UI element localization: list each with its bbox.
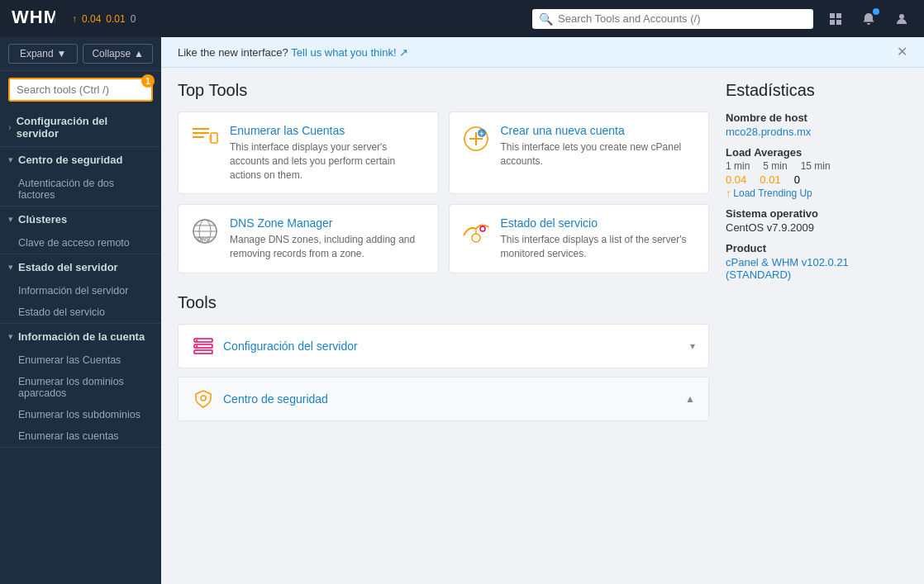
sidebar-item-dominios-aparcados[interactable]: Enumerar los dominios aparcados (0, 371, 161, 404)
global-search-bar[interactable]: 🔍 (532, 9, 813, 29)
svg-text:WHM: WHM (12, 7, 55, 27)
svg-rect-11 (209, 135, 212, 140)
load-averages-display: ↑ 0.04 0.01 0 (72, 13, 522, 25)
tool-card-enumerar[interactable]: Enumerar las Cuentas This interface disp… (178, 112, 439, 194)
tool-desc: Manage DNS zones, including adding and r… (230, 233, 426, 261)
tools-section-name: Centro de seguridad (223, 392, 677, 406)
sidebar-item-seguridad[interactable]: ▾ Centro de seguridad (0, 147, 161, 173)
top-tools-grid: Enumerar las Cuentas This interface disp… (178, 112, 709, 273)
chevron-right-icon: › (8, 122, 12, 132)
nav-section-seguridad: ▾ Centro de seguridad Autenticación de d… (0, 147, 161, 207)
svg-text:DNS: DNS (198, 236, 210, 242)
sidebar-item-2fa[interactable]: Autenticación de dos factores (0, 173, 161, 206)
banner-text: Like the new interface? Tell us what you… (178, 46, 408, 59)
sidebar-item-configuracion[interactable]: › Configuración del servidor (0, 108, 161, 146)
tool-info-estado: Estado del servicio This interface displ… (501, 216, 698, 261)
user-profile-button[interactable] (889, 7, 914, 31)
sidebar: Expand ▼ Collapse ▲ 1 › Configuración de… (0, 37, 161, 584)
dns-icon: DNS (190, 216, 220, 246)
topbar: WHM ↑ 0.04 0.01 0 🔍 (0, 0, 924, 37)
chevron-down-icon: ▾ (8, 331, 13, 342)
chevron-up-icon: ▲ (685, 393, 695, 405)
svg-rect-7 (193, 128, 209, 130)
tools-section-header-seguridad[interactable]: Centro de seguridad ▲ (179, 377, 708, 420)
tool-info-enumerar: Enumerar las Cuentas This interface disp… (230, 124, 426, 182)
chevron-down-icon: ▾ (8, 214, 13, 225)
tool-card-crear-cuenta[interactable]: + Crear una nueva cuenta This interface … (449, 112, 710, 194)
banner-link[interactable]: Tell us what you think! ↗ (291, 46, 408, 59)
svg-rect-3 (836, 13, 841, 18)
stats-title: Estadísticas (726, 81, 907, 100)
global-search-input[interactable] (558, 12, 807, 25)
sidebar-item-estado-servidor[interactable]: ▾ Estado del servidor (0, 254, 161, 280)
sidebar-item-info-servidor[interactable]: Información del servidor (0, 280, 161, 301)
content-area: Like the new interface? Tell us what you… (161, 37, 924, 584)
tool-name[interactable]: Crear una nueva cuenta (501, 124, 698, 137)
tool-desc: This interface displays your server's ac… (230, 140, 426, 182)
tool-name[interactable]: Enumerar las Cuentas (230, 124, 426, 137)
os-value: CentOS v7.9.2009 (726, 221, 907, 234)
sidebar-item-enumerar-cuentas[interactable]: Enumerar las Cuentas (0, 349, 161, 371)
load-15min: 0 (131, 13, 136, 25)
enumerar-icon (190, 124, 220, 154)
expand-icon: ▼ (57, 48, 67, 59)
info-banner: Like the new interface? Tell us what you… (161, 37, 924, 68)
collapse-icon: ▲ (134, 48, 144, 59)
tool-card-dns[interactable]: DNS DNS Zone Manager Manage DNS zones, i… (178, 204, 439, 273)
product-label: Product (726, 242, 907, 254)
tool-card-estado-servicio[interactable]: Estado del servicio This interface displ… (449, 204, 710, 273)
load-averages-label: Load Averages (726, 146, 907, 159)
svg-point-6 (899, 14, 904, 19)
nav-section-title: Centro de seguridad (18, 154, 153, 166)
content-main: Top Tools (178, 81, 709, 430)
nav-section-title: Configuración del servidor (17, 115, 153, 140)
nav-section-estado-servidor: ▾ Estado del servidor Información del se… (0, 254, 161, 324)
nav-section-title: Estado del servidor (18, 261, 153, 273)
svg-point-31 (201, 396, 206, 401)
hostname-label: Nombre de host (726, 112, 907, 124)
sidebar-item-estado-servicio[interactable]: Estado del servicio (0, 301, 161, 323)
seguridad-icon (192, 387, 215, 411)
load-15min-label: 15 min (801, 160, 831, 172)
notification-badge (873, 8, 879, 15)
tools-section-seguridad: Centro de seguridad ▲ (178, 377, 709, 421)
load-5min-label: 5 min (763, 160, 787, 172)
sidebar-item-info-cuenta[interactable]: ▾ Información de la cuenta (0, 324, 161, 349)
svg-rect-30 (194, 350, 212, 354)
tool-name[interactable]: DNS Zone Manager (230, 216, 426, 230)
collapse-button[interactable]: Collapse ▲ (83, 44, 153, 64)
trend-up-icon: ↑ (726, 188, 731, 199)
tool-info-crear: Crear una nueva cuenta This interface le… (501, 124, 698, 169)
product-value: cPanel & WHM v102.0.21 (STANDARD) (726, 256, 907, 281)
svg-text:+: + (479, 130, 483, 138)
load-1min-label: 1 min (726, 160, 750, 172)
search-badge: 1 (141, 74, 155, 88)
nav-section-title: Clústeres (18, 213, 153, 226)
sidebar-search-input[interactable] (8, 78, 153, 102)
sidebar-item-clusteres[interactable]: ▾ Clústeres (0, 207, 161, 232)
tool-desc: This interface displays a list of the se… (501, 233, 698, 261)
sidebar-header: Expand ▼ Collapse ▲ (0, 37, 161, 71)
svg-rect-2 (830, 13, 835, 18)
tools-section-configuracion: Configuración del servidor ▾ (178, 324, 709, 368)
stats-sidebar: Estadísticas Nombre de host mco28.prodns… (726, 81, 907, 430)
grid-view-button[interactable] (823, 7, 848, 31)
load-time-labels: 1 min 5 min 15 min (726, 160, 907, 172)
sidebar-item-subdominios[interactable]: Enumerar los subdominios (0, 404, 161, 425)
svg-rect-27 (196, 339, 198, 341)
load-1min: 0.04 (82, 13, 101, 25)
trend-arrow-icon: ↑ (72, 13, 77, 25)
expand-button[interactable]: Expand ▼ (8, 44, 78, 64)
load-5min-val: 0.01 (760, 173, 780, 186)
sidebar-item-clave-acceso[interactable]: Clave de acceso remoto (0, 232, 161, 254)
sidebar-item-enumerar-cuentas2[interactable]: Enumerar las cuentas (0, 425, 161, 447)
nav-section-clusteres: ▾ Clústeres Clave de acceso remoto (0, 207, 161, 254)
tools-section-header-configuracion[interactable]: Configuración del servidor ▾ (179, 325, 708, 368)
tool-name[interactable]: Estado del servicio (501, 216, 698, 230)
notifications-button[interactable] (856, 7, 881, 31)
nav-section-configuracion: › Configuración del servidor (0, 108, 161, 147)
main-layout: Expand ▼ Collapse ▲ 1 › Configuración de… (0, 37, 924, 584)
svg-rect-5 (836, 20, 841, 25)
topbar-icon-group (823, 7, 914, 31)
banner-close-button[interactable]: ✕ (897, 45, 907, 59)
